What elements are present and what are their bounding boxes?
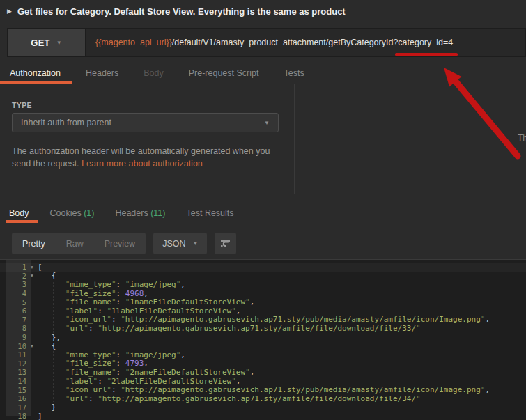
auth-type-value: Inherit auth from parent [21,118,111,127]
request-title: Get files for Category. Default Store Vi… [17,6,346,17]
code-line: 17 } [0,403,526,412]
auth-description: The authorization header will be automat… [12,145,286,170]
chevron-down-icon: ▼ [56,40,62,46]
code-line: 11 "mime_type": "image/jpeg", [0,350,526,359]
fold-caret-icon[interactable]: ▾ [26,272,38,279]
line-number: 10 [0,342,26,350]
collapse-arrow-icon[interactable]: ▶ [7,8,12,15]
auth-preview-panel: Th [295,84,526,194]
wrap-lines-button[interactable] [215,233,236,254]
line-number: 9 [0,333,26,341]
line-number: 3 [0,280,26,288]
response-tab-body[interactable]: Body [9,205,29,221]
response-toolbar: Pretty Raw Preview JSON ▼ [12,233,526,254]
code-text: }, [38,333,61,342]
code-text: "icon_url": "http://apimagento.gabrusevi… [38,385,490,394]
code-line: 12 "file_size": 4793, [0,359,526,368]
response-tab-test-results[interactable]: Test Results [186,205,233,221]
code-text: ] [38,412,42,420]
response-tabs: Body Cookies (1) Headers (11) Test Resul… [0,203,526,223]
response-tab-headers[interactable]: Headers (11) [115,205,165,221]
format-label: JSON [162,239,185,249]
code-text: "file_name": "1nameFileDefaultStoreView"… [38,297,254,306]
code-text: "label": "1labelFileDefaultStoreView", [38,306,240,316]
code-text: [ [38,263,42,272]
code-line: 8 "url": "http://apimagento.gabrusevich.… [0,324,526,333]
fold-caret-icon[interactable]: ▾ [26,343,38,349]
cookies-count-badge: (1) [84,208,94,218]
line-number: 14 [0,377,26,385]
line-number: 1 [0,263,26,271]
code-line: 2▾ { [0,272,526,281]
code-text: "file_size": 4793, [38,359,148,368]
code-text: "url": "http://apimagento.gabrusevich.ap… [38,394,421,403]
code-line: 1▾[ [0,263,526,272]
code-line: 7 "icon_url": "http://apimagento.gabruse… [0,316,526,325]
code-line: 16 "url": "http://apimagento.gabrusevich… [0,394,526,403]
chevron-down-icon: ▼ [264,120,270,126]
code-line: 5 "file_name": "1nameFileDefaultStoreVie… [0,297,526,306]
code-line: 15 "icon_url": "http://apimagento.gabrus… [0,385,526,394]
chevron-down-icon: ▼ [192,240,198,247]
line-number: 12 [0,359,26,368]
url-bar: GET ▼ {{magento_api_url}}/default/V1/ama… [7,28,526,57]
view-mode-group: Pretty Raw Preview [12,233,146,254]
code-text: { [38,341,56,350]
code-text: "label": "2labelFileDefaultStoreView", [38,377,240,386]
method-label: GET [31,38,50,48]
code-text: "mime_type": "image/jpeg", [38,280,185,289]
line-number: 13 [0,368,26,376]
raw-button[interactable]: Raw [56,233,94,254]
response-tab-cookies[interactable]: Cookies (1) [50,205,95,221]
code-text: } [38,403,56,412]
code-line: 13 "file_name": "2nameFileDefaultStoreVi… [0,368,526,377]
line-number: 15 [0,386,26,394]
code-line: 10▾ { [0,341,526,350]
request-tabs: Authorization Headers Body Pre-request S… [0,63,526,84]
line-number: 7 [0,316,26,324]
code-lines: 1▾[2▾ {3 "mime_type": "image/jpeg",4 "fi… [0,263,526,420]
format-dropdown[interactable]: JSON ▼ [153,233,207,254]
line-number: 5 [0,298,26,306]
line-number: 4 [0,289,26,297]
code-text: { [38,271,56,280]
tab-body[interactable]: Body [142,63,165,84]
url-input[interactable]: {{magento_api_url}}/default/V1/amasty_pr… [86,29,525,56]
line-number: 8 [0,324,26,332]
authorization-panel: TYPE Inherit auth from parent ▼ The auth… [0,84,295,194]
section-divider [0,194,526,194]
line-number: 11 [0,350,26,359]
pretty-button[interactable]: Pretty [12,233,56,254]
code-text: "icon_url": "http://apimagento.gabrusevi… [38,315,490,324]
headers-count-badge: (11) [150,208,165,218]
code-text: "file_name": "2nameFileDefaultStoreView"… [38,368,254,377]
method-dropdown[interactable]: GET ▼ [8,29,86,56]
url-environment-variable: {{magento_api_url}} [95,38,172,47]
line-number: 16 [0,394,26,403]
code-line: 18] [0,412,526,420]
code-line: 9 }, [0,333,526,342]
auth-type-label: TYPE [12,101,32,109]
line-number: 18 [0,412,26,420]
code-text: "mime_type": "image/jpeg", [38,350,185,359]
url-path: /default/V1/amasty_product_attachment/ge… [172,38,453,47]
request-header: ▶ Get files for Category. Default Store … [0,0,526,22]
learn-more-link[interactable]: Learn more about authorization [82,159,203,169]
code-text: "file_size": 4968, [38,289,148,298]
tab-authorization[interactable]: Authorization [8,63,62,84]
code-line: 3 "mime_type": "image/jpeg", [0,280,526,289]
clipped-helper-text: Th [518,133,526,143]
tab-pre-request-script[interactable]: Pre-request Script [187,63,261,84]
wrap-lines-icon [219,238,231,249]
code-line: 4 "file_size": 4968, [0,289,526,298]
code-line: 14 "label": "2labelFileDefaultStoreView"… [0,377,526,386]
tab-headers[interactable]: Headers [84,63,120,84]
response-body-viewer[interactable]: 1▾[2▾ {3 "mime_type": "image/jpeg",4 "fi… [0,259,526,420]
auth-type-select[interactable]: Inherit auth from parent ▼ [12,113,279,132]
line-number: 17 [0,403,26,412]
code-text: "url": "http://apimagento.gabrusevich.ap… [38,324,421,333]
preview-button[interactable]: Preview [94,233,146,254]
code-line: 6 "label": "1labelFileDefaultStoreView", [0,306,526,316]
tab-tests[interactable]: Tests [282,63,305,84]
fold-caret-icon[interactable]: ▾ [26,264,38,270]
